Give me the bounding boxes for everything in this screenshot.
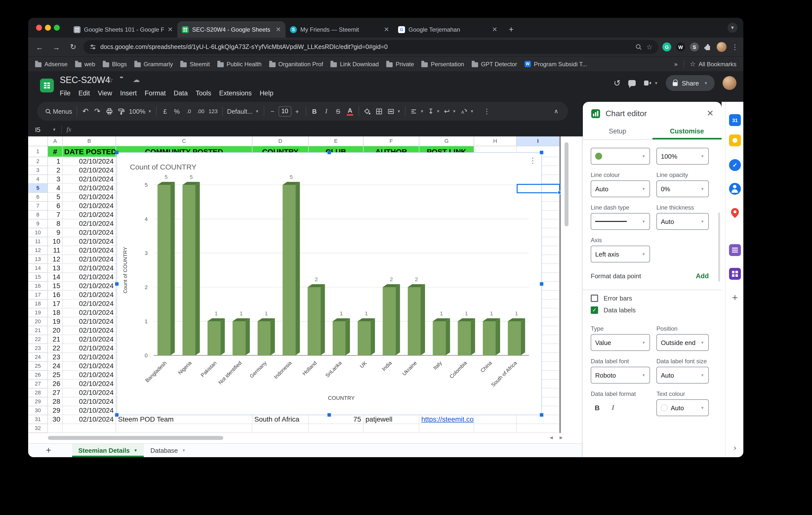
row-header-11[interactable]: 11 [28,237,48,246]
bookmark-item[interactable]: Link Download [330,60,379,67]
cell[interactable] [517,415,560,424]
cell[interactable]: 02/10/2024 [63,166,116,175]
contacts-icon[interactable] [729,183,741,195]
bookmark-item[interactable]: Adsense [35,60,67,67]
series-colour-select[interactable]: ▼ [591,148,650,165]
text-wrap-icon[interactable]: ↩▼ [442,105,458,118]
cell[interactable]: 9 [48,228,63,237]
scroll-left-icon[interactable]: ◀ [550,435,553,440]
cell[interactable]: 12 [48,255,63,264]
meet-camera-icon[interactable]: ▼ [644,80,658,86]
menu-data[interactable]: Data [170,88,192,98]
cell[interactable] [474,415,517,424]
tab-setup[interactable]: Setup [583,123,652,139]
row-header-12[interactable]: 12 [28,246,48,255]
bookmark-item[interactable]: Steemit [180,60,210,67]
redo-icon[interactable]: ↷ [91,105,103,118]
cell[interactable]: 02/10/2024 [63,175,116,184]
grid-corner[interactable] [28,136,48,146]
bookmark-item[interactable]: Persentation [422,60,464,67]
cell[interactable]: 23 [48,353,63,362]
share-button[interactable]: Share▼ [666,75,715,91]
font-select[interactable]: Default...▼ [225,105,261,118]
vertical-align-icon[interactable]: ↧▼ [426,105,442,118]
row-header-8[interactable]: 8 [28,211,48,219]
cell[interactable]: 22 [48,344,63,353]
account-avatar[interactable] [723,76,736,90]
row-header-17[interactable]: 17 [28,291,48,299]
cell[interactable]: South of Africa [252,415,309,424]
cell[interactable]: 27 [48,388,63,397]
close-window-button[interactable] [36,25,42,31]
row-header-28[interactable]: 28 [28,388,48,397]
chart-resize-handle[interactable] [115,151,119,154]
format-percent-button[interactable]: % [171,105,183,118]
cell[interactable]: 75 [309,415,364,424]
chart-resize-handle[interactable] [115,282,119,286]
menu-file[interactable]: File [56,88,75,98]
tab-close-icon[interactable]: ✕ [168,26,173,33]
cell[interactable]: 15 [48,282,63,291]
cell[interactable]: 02/10/2024 [63,326,116,335]
row-header-15[interactable]: 15 [28,273,48,282]
column-header-I[interactable]: I [517,136,560,146]
cell[interactable]: patjewell [364,415,419,424]
cell[interactable]: 02/10/2024 [63,344,116,353]
text-colour-select[interactable]: Auto▼ [657,399,709,416]
cell[interactable]: 02/10/2024 [63,308,116,317]
cell[interactable]: 28 [48,397,63,406]
cell[interactable] [252,424,309,433]
document-title[interactable]: SEC-S20W4 [60,75,110,85]
embedded-chart[interactable]: 012345Count of COUNTRY5Bangladesh5Nigeri… [117,152,542,415]
cell[interactable]: 24 [48,362,63,371]
row-header-4[interactable]: 4 [28,175,48,184]
tab-google-translate[interactable]: G Google Terjemahan ✕ [394,21,502,37]
cell[interactable]: 02/10/2024 [63,388,116,397]
tab-close-icon[interactable]: ✕ [276,26,281,33]
chart-resize-handle[interactable] [540,413,543,417]
italic-button[interactable]: I [320,105,332,118]
cell[interactable]: 30 [48,415,63,424]
axis-select[interactable]: Left axis▼ [591,246,650,263]
cell[interactable]: 02/10/2024 [63,255,116,264]
decrease-font-size-button[interactable]: − [266,105,278,118]
column-header-F[interactable]: F [364,136,419,146]
menu-tools[interactable]: Tools [192,88,215,98]
paint-format-icon[interactable] [115,105,127,118]
row-header-6[interactable]: 6 [28,193,48,202]
text-color-button[interactable]: A [344,105,356,118]
close-panel-icon[interactable]: ✕ [707,108,714,118]
name-box[interactable]: I5▼ [35,126,56,133]
new-tab-button[interactable]: + [505,23,518,36]
menu-view[interactable]: View [94,88,116,98]
cell[interactable]: 19 [48,317,63,326]
cell[interactable]: 20 [48,326,63,335]
row-header-16[interactable]: 16 [28,282,48,291]
menu-help[interactable]: Help [256,88,277,98]
cell[interactable]: 02/10/2024 [63,291,116,299]
minimize-window-button[interactable] [45,25,51,31]
font-size-input[interactable]: 10 [278,106,291,116]
cell[interactable]: 02/10/2024 [63,273,116,282]
sheet-tab-database[interactable]: Database▼ [144,444,192,457]
address-bar[interactable]: docs.google.com/spreadsheets/d/1yU-L-6Lg… [84,40,658,54]
tab-sec-s20w4[interactable]: SEC-S20W4 - Google Sheets ✕ [177,21,286,37]
column-header-C[interactable]: C [116,136,252,146]
data-labels-checkbox[interactable]: ✓ [591,306,598,314]
row-header-30[interactable]: 30 [28,406,48,415]
cell[interactable]: 5 [48,193,63,202]
row-header-25[interactable]: 25 [28,362,48,371]
vertical-scrollbar[interactable] [564,142,569,226]
bookmark-star-icon[interactable]: ☆ [646,43,652,51]
zoom-window-button[interactable] [54,25,60,31]
bookmark-item[interactable]: Public Health [217,60,262,67]
tab-search-icon[interactable]: ▼ [728,23,737,33]
calendar-icon[interactable]: 31 [729,114,741,126]
menu-edit[interactable]: Edit [75,88,94,98]
cell[interactable]: 8 [48,219,63,228]
cell[interactable]: 02/10/2024 [63,317,116,326]
site-info-icon[interactable] [89,44,96,50]
row-header-24[interactable]: 24 [28,353,48,362]
merge-cells-icon[interactable]: ▼ [385,105,403,118]
cell[interactable]: 02/10/2024 [63,299,116,308]
